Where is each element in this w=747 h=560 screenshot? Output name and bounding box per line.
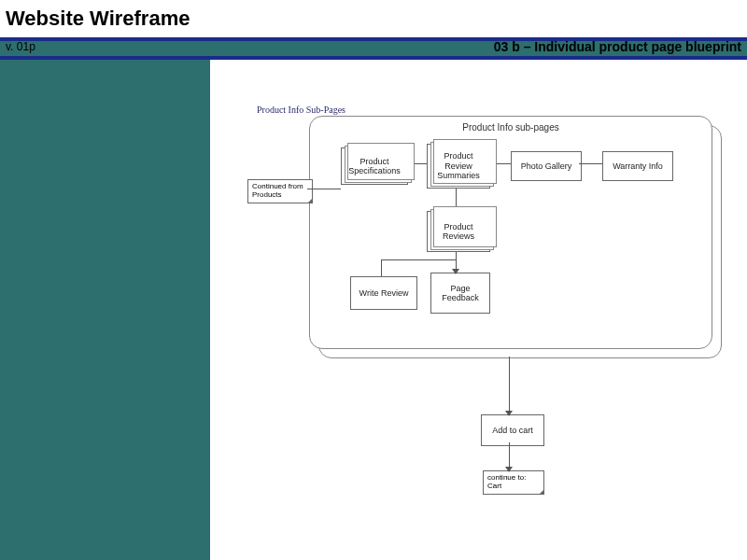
connector [509,442,510,469]
header-bar: Website Wireframe v. 01p 03 b – Individu… [0,0,747,60]
label-specs: Product Specifications [348,157,401,176]
continued-from-tag: Continued from Products [247,179,313,203]
label-product-reviews: Product Reviews [443,222,474,242]
header-inner: Website Wireframe [0,0,747,41]
label-review-summaries: Product Review Summaries [437,151,480,180]
connector [381,259,382,276]
connector [509,357,510,413]
sidebar [0,60,210,560]
label-continue-cart: continue to: Cart [487,473,526,490]
box-add-to-cart: Add to cart [481,414,544,446]
box-page-feedback: Page Feedback [430,273,490,314]
header-subbar: v. 01p 03 b – Individual product page bl… [0,37,747,56]
connector [381,259,456,260]
label-add-to-cart: Add to cart [492,426,533,435]
arrow-down-icon [505,467,513,472]
label-page-feedback: Page Feedback [442,284,479,303]
page-label: 03 b – Individual product page blueprint [494,39,741,54]
box-product-reviews: Product Reviews [427,211,490,252]
version-label: v. 01p [6,40,35,53]
connector [307,189,341,189]
section-label: Product Info Sub-Pages [257,105,345,115]
label-write-review: Write Review [359,288,409,298]
connector [579,163,602,164]
continued-from-text: Continued from Products [252,182,303,199]
box-warranty-info: Warranty Info [602,151,673,181]
box-photo-gallery: Photo Gallery [511,151,582,181]
body: Product Info Sub-Pages Product Info sub-… [0,60,747,560]
box-write-review: Write Review [350,276,417,310]
arrow-down-icon [505,411,513,416]
panel-title: Product Info sub-pages [310,122,712,133]
label-warranty: Warranty Info [613,161,663,171]
box-product-specs: Product Specifications [341,147,408,185]
box-review-summaries: Product Review Summaries [427,144,490,189]
doc-title: Website Wireframe [6,7,190,31]
continue-to-cart-tag: continue to: Cart [483,470,544,495]
label-photo-gallery: Photo Gallery [521,161,572,171]
diagram-canvas: Product Info Sub-Pages Product Info sub-… [210,60,747,560]
arrow-down-icon [452,269,459,274]
